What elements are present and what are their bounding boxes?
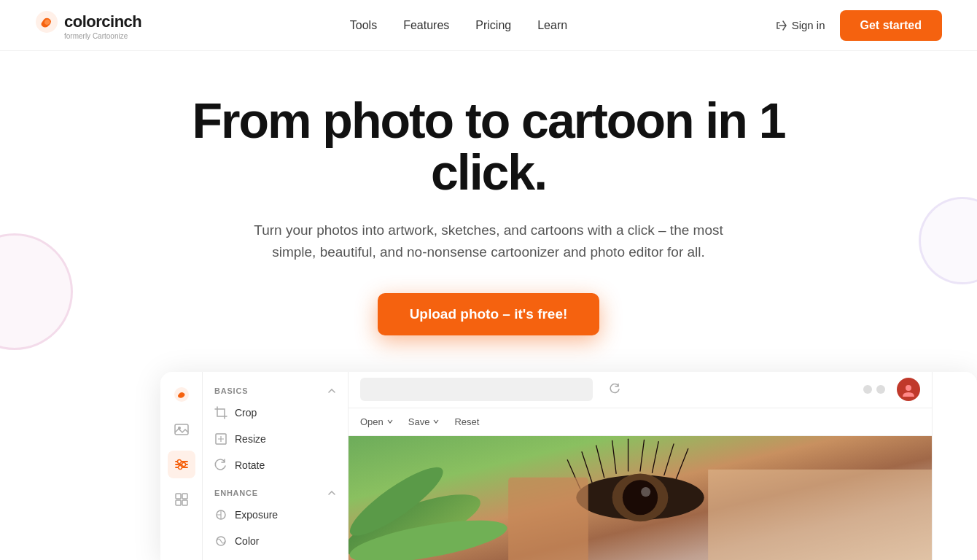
toolbar-url-bar <box>360 378 593 401</box>
open-chevron-icon <box>386 418 394 425</box>
editor-preview: BASICS Crop Resize <box>160 372 977 560</box>
svg-point-17 <box>906 385 911 391</box>
svg-rect-11 <box>182 494 187 499</box>
toolbar-refresh-button[interactable] <box>604 379 625 400</box>
editor-toolbar <box>349 372 932 408</box>
window-dot-1 <box>863 385 872 394</box>
svg-rect-2 <box>175 424 188 435</box>
svg-rect-12 <box>176 500 181 505</box>
editor-shell: BASICS Crop Resize <box>160 372 977 560</box>
sliders-icon <box>174 456 190 472</box>
sidebar-color[interactable]: Color <box>203 528 348 554</box>
sidebar-exposure[interactable]: Exposure <box>203 502 348 528</box>
editor-logo-icon <box>174 386 190 402</box>
grid-icon <box>174 491 190 508</box>
editor-logo-item[interactable] <box>168 381 195 408</box>
window-dot-2 <box>876 385 885 394</box>
sign-in-button[interactable]: Sign in <box>776 19 825 31</box>
enhance-chevron-icon[interactable] <box>327 489 336 497</box>
crop-icon <box>214 406 227 419</box>
color-icon <box>214 534 227 548</box>
resize-icon <box>214 432 227 446</box>
svg-rect-36 <box>708 469 932 560</box>
deco-circle-right <box>919 197 977 284</box>
sidebar-resize-label: Resize <box>235 433 266 445</box>
editor-sidebar: BASICS Crop Resize <box>203 372 349 560</box>
toolbar-window-controls <box>863 385 885 394</box>
canvas-artwork <box>349 436 932 560</box>
editor-image-item[interactable] <box>168 416 195 443</box>
basics-label: BASICS <box>214 386 248 395</box>
user-avatar[interactable] <box>897 378 920 401</box>
navbar: colorcinch formerly Cartoonize Tools Fea… <box>0 0 977 51</box>
exposure-icon <box>214 508 227 521</box>
enhance-section-header: ENHANCE <box>203 484 348 502</box>
nav-tools[interactable]: Tools <box>350 19 377 32</box>
save-chevron-icon <box>432 418 440 425</box>
upload-button[interactable]: Upload photo – it's free! <box>378 293 600 335</box>
signin-icon <box>776 20 787 31</box>
sidebar-resize[interactable]: Resize <box>203 426 348 452</box>
editor-right-panel <box>932 372 977 560</box>
svg-point-7 <box>177 459 181 463</box>
svg-point-33 <box>623 480 658 515</box>
brand-name: colorcinch <box>64 12 141 31</box>
deco-circle-left <box>0 233 73 350</box>
nav-right: Sign in Get started <box>776 10 942 41</box>
editor-grid-item[interactable] <box>168 486 195 513</box>
svg-rect-13 <box>182 500 187 505</box>
sidebar-rotate-label: Rotate <box>235 459 265 471</box>
logo-icon <box>35 10 58 34</box>
open-button[interactable]: Open <box>360 416 394 427</box>
refresh-icon <box>609 384 620 395</box>
avatar-icon <box>900 381 917 398</box>
editor-main: Open Save Reset <box>349 372 932 560</box>
brand-sub: formerly Cartoonize <box>64 32 128 40</box>
svg-point-8 <box>182 462 185 466</box>
basics-chevron-icon[interactable] <box>327 386 336 395</box>
canvas-image <box>349 436 932 560</box>
editor-sliders-item[interactable] <box>168 451 195 478</box>
reset-label: Reset <box>454 416 479 427</box>
open-label: Open <box>360 416 384 427</box>
editor-iconbar <box>160 372 203 560</box>
nav-pricing[interactable]: Pricing <box>475 19 511 32</box>
hero-headline: From photo to cartoon in 1 click. <box>160 95 817 199</box>
rotate-icon <box>214 459 227 472</box>
get-started-button[interactable]: Get started <box>840 10 942 41</box>
nav-learn[interactable]: Learn <box>537 19 567 32</box>
sidebar-color-label: Color <box>235 535 259 547</box>
svg-rect-10 <box>176 494 181 499</box>
save-button[interactable]: Save <box>408 416 440 427</box>
sidebar-exposure-label: Exposure <box>235 509 278 521</box>
enhance-label: ENHANCE <box>214 489 258 497</box>
svg-point-34 <box>641 487 650 497</box>
reset-button[interactable]: Reset <box>454 416 479 427</box>
sign-in-label: Sign in <box>792 19 825 31</box>
editor-action-bar: Open Save Reset <box>349 408 932 436</box>
logo-area: colorcinch formerly Cartoonize <box>35 10 141 40</box>
editor-canvas <box>349 436 932 560</box>
hero-subtext: Turn your photos into artwork, sketches,… <box>241 219 736 264</box>
nav-links: Tools Features Pricing Learn <box>350 19 567 32</box>
hero-section: From photo to cartoon in 1 click. Turn y… <box>0 51 977 357</box>
sidebar-crop[interactable]: Crop <box>203 400 348 426</box>
basics-section-header: BASICS <box>203 382 348 400</box>
sidebar-crop-label: Crop <box>235 407 257 419</box>
svg-point-9 <box>178 465 182 469</box>
nav-features[interactable]: Features <box>403 19 449 32</box>
image-icon <box>174 421 190 438</box>
save-label: Save <box>408 416 430 427</box>
svg-rect-35 <box>508 477 588 560</box>
sidebar-rotate[interactable]: Rotate <box>203 452 348 478</box>
